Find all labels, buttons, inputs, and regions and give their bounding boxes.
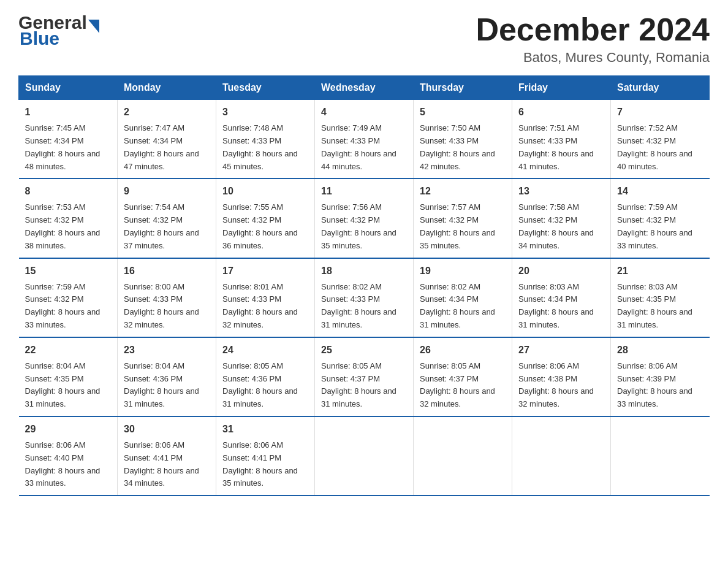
day-number: 30	[124, 422, 210, 437]
day-number: 24	[222, 343, 308, 358]
location-title: Batos, Mures County, Romania	[476, 50, 710, 66]
calendar-cell: 18Sunrise: 8:02 AMSunset: 4:33 PMDayligh…	[315, 258, 414, 337]
day-number: 7	[617, 105, 703, 120]
day-info: Sunrise: 8:01 AMSunset: 4:33 PMDaylight:…	[222, 281, 308, 332]
day-number: 13	[518, 184, 604, 199]
day-info: Sunrise: 7:55 AMSunset: 4:32 PMDaylight:…	[222, 201, 308, 252]
calendar-body: 1Sunrise: 7:45 AMSunset: 4:34 PMDaylight…	[19, 100, 710, 496]
day-info: Sunrise: 7:54 AMSunset: 4:32 PMDaylight:…	[124, 201, 210, 252]
day-info: Sunrise: 7:57 AMSunset: 4:32 PMDaylight:…	[420, 201, 506, 252]
calendar-cell: 26Sunrise: 8:05 AMSunset: 4:37 PMDayligh…	[414, 337, 512, 416]
calendar-cell	[611, 416, 710, 496]
day-info: Sunrise: 8:06 AMSunset: 4:41 PMDaylight:…	[124, 439, 210, 490]
calendar-cell	[512, 416, 611, 496]
weekday-header-saturday: Saturday	[611, 76, 710, 100]
weekday-header-wednesday: Wednesday	[315, 76, 414, 100]
calendar-cell: 15Sunrise: 7:59 AMSunset: 4:32 PMDayligh…	[19, 258, 118, 337]
calendar-cell: 24Sunrise: 8:05 AMSunset: 4:36 PMDayligh…	[216, 337, 315, 416]
logo-area: General Blue	[18, 12, 88, 49]
calendar-cell: 28Sunrise: 8:06 AMSunset: 4:39 PMDayligh…	[611, 337, 710, 416]
day-number: 28	[617, 343, 703, 358]
day-info: Sunrise: 8:03 AMSunset: 4:34 PMDaylight:…	[518, 281, 604, 332]
day-info: Sunrise: 8:06 AMSunset: 4:41 PMDaylight:…	[222, 439, 308, 490]
calendar-cell	[315, 416, 414, 496]
day-number: 15	[25, 264, 112, 278]
day-number: 29	[25, 422, 112, 437]
calendar-cell: 13Sunrise: 7:58 AMSunset: 4:32 PMDayligh…	[512, 178, 611, 258]
calendar-cell: 11Sunrise: 7:56 AMSunset: 4:32 PMDayligh…	[315, 178, 414, 258]
month-title: December 2024	[476, 12, 710, 47]
day-number: 17	[222, 264, 308, 278]
day-info: Sunrise: 7:49 AMSunset: 4:33 PMDaylight:…	[321, 122, 407, 173]
calendar-cell: 21Sunrise: 8:03 AMSunset: 4:35 PMDayligh…	[611, 258, 710, 337]
day-number: 18	[321, 264, 407, 278]
day-number: 14	[617, 184, 703, 199]
weekday-header-row: SundayMondayTuesdayWednesdayThursdayFrid…	[19, 76, 710, 100]
title-area: December 2024 Batos, Mures County, Roman…	[476, 12, 710, 66]
weekday-header-thursday: Thursday	[414, 76, 512, 100]
weekday-header-sunday: Sunday	[19, 76, 118, 100]
day-number: 9	[124, 184, 210, 199]
page-header: General Blue December 2024 Batos, Mures …	[18, 12, 710, 66]
calendar-cell: 2Sunrise: 7:47 AMSunset: 4:34 PMDaylight…	[118, 100, 216, 179]
day-info: Sunrise: 7:50 AMSunset: 4:33 PMDaylight:…	[420, 122, 506, 173]
calendar-cell: 19Sunrise: 8:02 AMSunset: 4:34 PMDayligh…	[414, 258, 512, 337]
calendar-table: SundayMondayTuesdayWednesdayThursdayFrid…	[18, 75, 710, 496]
calendar-week-row: 29Sunrise: 8:06 AMSunset: 4:40 PMDayligh…	[19, 416, 710, 496]
calendar-cell: 8Sunrise: 7:53 AMSunset: 4:32 PMDaylight…	[19, 178, 118, 258]
calendar-week-row: 1Sunrise: 7:45 AMSunset: 4:34 PMDaylight…	[19, 100, 710, 179]
day-number: 3	[222, 105, 308, 120]
calendar-week-row: 8Sunrise: 7:53 AMSunset: 4:32 PMDaylight…	[19, 178, 710, 258]
day-number: 1	[25, 105, 112, 120]
day-info: Sunrise: 8:06 AMSunset: 4:40 PMDaylight:…	[25, 439, 112, 490]
day-number: 6	[518, 105, 604, 120]
day-number: 26	[420, 343, 506, 358]
day-info: Sunrise: 8:05 AMSunset: 4:36 PMDaylight:…	[222, 360, 308, 411]
day-info: Sunrise: 7:59 AMSunset: 4:32 PMDaylight:…	[617, 201, 703, 252]
day-info: Sunrise: 8:03 AMSunset: 4:35 PMDaylight:…	[617, 281, 703, 332]
svg-marker-0	[88, 20, 99, 33]
day-number: 11	[321, 184, 407, 199]
day-number: 22	[25, 343, 112, 358]
calendar-header: SundayMondayTuesdayWednesdayThursdayFrid…	[19, 76, 710, 100]
day-info: Sunrise: 7:48 AMSunset: 4:33 PMDaylight:…	[222, 122, 308, 173]
weekday-header-friday: Friday	[512, 76, 611, 100]
day-number: 27	[518, 343, 604, 358]
calendar-cell: 12Sunrise: 7:57 AMSunset: 4:32 PMDayligh…	[414, 178, 512, 258]
calendar-cell: 29Sunrise: 8:06 AMSunset: 4:40 PMDayligh…	[19, 416, 118, 496]
calendar-cell: 16Sunrise: 8:00 AMSunset: 4:33 PMDayligh…	[118, 258, 216, 337]
day-info: Sunrise: 8:02 AMSunset: 4:33 PMDaylight:…	[321, 281, 407, 332]
calendar-cell: 30Sunrise: 8:06 AMSunset: 4:41 PMDayligh…	[118, 416, 216, 496]
logo-blue-text: Blue	[20, 28, 59, 49]
calendar-cell: 5Sunrise: 7:50 AMSunset: 4:33 PMDaylight…	[414, 100, 512, 179]
calendar-cell: 1Sunrise: 7:45 AMSunset: 4:34 PMDaylight…	[19, 100, 118, 179]
day-number: 23	[124, 343, 210, 358]
day-info: Sunrise: 8:04 AMSunset: 4:35 PMDaylight:…	[25, 360, 112, 411]
calendar-cell: 3Sunrise: 7:48 AMSunset: 4:33 PMDaylight…	[216, 100, 315, 179]
day-info: Sunrise: 8:06 AMSunset: 4:39 PMDaylight:…	[617, 360, 703, 411]
calendar-cell: 20Sunrise: 8:03 AMSunset: 4:34 PMDayligh…	[512, 258, 611, 337]
day-number: 10	[222, 184, 308, 199]
day-number: 4	[321, 105, 407, 120]
day-info: Sunrise: 8:06 AMSunset: 4:38 PMDaylight:…	[518, 360, 604, 411]
calendar-cell: 27Sunrise: 8:06 AMSunset: 4:38 PMDayligh…	[512, 337, 611, 416]
day-number: 31	[222, 422, 308, 437]
day-info: Sunrise: 8:05 AMSunset: 4:37 PMDaylight:…	[321, 360, 407, 411]
day-info: Sunrise: 8:02 AMSunset: 4:34 PMDaylight:…	[420, 281, 506, 332]
calendar-cell: 7Sunrise: 7:52 AMSunset: 4:32 PMDaylight…	[611, 100, 710, 179]
calendar-cell	[414, 416, 512, 496]
calendar-cell: 25Sunrise: 8:05 AMSunset: 4:37 PMDayligh…	[315, 337, 414, 416]
day-number: 19	[420, 264, 506, 278]
day-number: 5	[420, 105, 506, 120]
day-number: 21	[617, 264, 703, 278]
calendar-cell: 22Sunrise: 8:04 AMSunset: 4:35 PMDayligh…	[19, 337, 118, 416]
day-info: Sunrise: 7:47 AMSunset: 4:34 PMDaylight:…	[124, 122, 210, 173]
day-number: 2	[124, 105, 210, 120]
calendar-cell: 9Sunrise: 7:54 AMSunset: 4:32 PMDaylight…	[118, 178, 216, 258]
weekday-header-tuesday: Tuesday	[216, 76, 315, 100]
day-number: 8	[25, 184, 112, 199]
calendar-cell: 17Sunrise: 8:01 AMSunset: 4:33 PMDayligh…	[216, 258, 315, 337]
calendar-week-row: 22Sunrise: 8:04 AMSunset: 4:35 PMDayligh…	[19, 337, 710, 416]
day-info: Sunrise: 7:51 AMSunset: 4:33 PMDaylight:…	[518, 122, 604, 173]
day-info: Sunrise: 7:52 AMSunset: 4:32 PMDaylight:…	[617, 122, 703, 173]
